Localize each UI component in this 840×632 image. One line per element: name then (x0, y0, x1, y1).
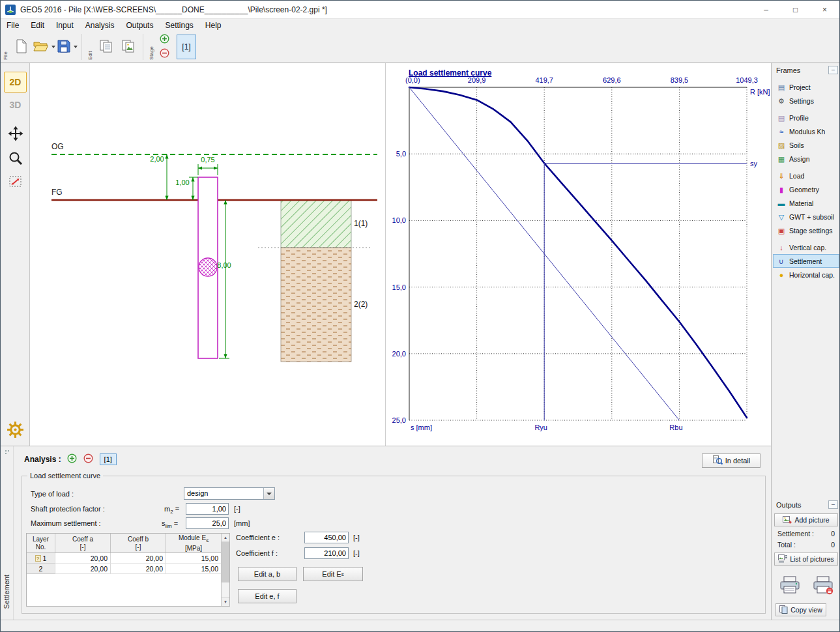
frames-item-project[interactable]: ▤Project (773, 80, 839, 94)
frames-item-profile[interactable]: ▤Profile (773, 111, 839, 124)
frames-item-gwt-subsoil[interactable]: ▽GWT + subsoil (773, 210, 839, 223)
coefficient-e-input[interactable] (304, 532, 349, 543)
analysis-1-button[interactable]: [1] (100, 453, 117, 465)
menu-item-analysis[interactable]: Analysis (80, 20, 121, 31)
frames-item-vertical-cap[interactable]: ↓Vertical cap. (773, 240, 839, 254)
app-icon (5, 5, 16, 15)
dim-og-to-fg: 2,00 (150, 155, 164, 163)
move-tool-button[interactable] (4, 124, 27, 145)
menu-bar: File Edit Input Analysis Outputs Setting… (1, 19, 839, 32)
header-coeff-a: Coeff a[-] (55, 534, 111, 553)
m2-input[interactable] (186, 503, 229, 515)
printer-list-icon (812, 575, 834, 597)
frames-item-settlement[interactable]: ∪Settlement (773, 254, 839, 268)
frames-item-load[interactable]: ⇓Load (773, 169, 839, 182)
view-3d-button[interactable]: 3D (4, 94, 27, 115)
pile-drawing-area[interactable]: 1(1) 2(2) OG FG 0,75 2,00 (30, 63, 385, 446)
module-es-cell: 15,00 (166, 553, 222, 564)
slim-input[interactable] (186, 517, 229, 529)
maximize-button[interactable]: □ (781, 1, 810, 19)
toolbar-separator (143, 34, 143, 60)
coeff-b-cell: 20,00 (111, 564, 166, 574)
type-of-load-select[interactable]: design (184, 487, 275, 500)
save-file-button[interactable] (56, 34, 78, 60)
open-file-button[interactable] (33, 34, 56, 60)
frames-minimize-button[interactable]: – (828, 66, 838, 74)
vertical-cap-icon: ↓ (777, 243, 786, 252)
new-file-button[interactable] (10, 34, 33, 60)
menu-item-edit[interactable]: Edit (25, 20, 50, 31)
m2-unit: [-] (234, 505, 240, 513)
toolbar-separator (81, 34, 82, 60)
svg-text:20,0: 20,0 (392, 350, 406, 358)
copy-picture-button[interactable] (117, 34, 139, 60)
frames-item-horizontal-cap[interactable]: ●Horizontal cap. (773, 268, 839, 281)
load-settlement-chart: (0,0)209,9419,7629,6839,51049,35,010,015… (386, 63, 772, 444)
svg-text:629,6: 629,6 (603, 76, 621, 84)
table-scrollbar[interactable]: ▲ ▼ (221, 534, 229, 606)
zoom-tool-button[interactable] (4, 149, 27, 169)
table-row[interactable]: ?120,0020,0015,00 (27, 553, 229, 564)
copy-button[interactable] (95, 34, 117, 60)
frames-item-label: Geometry (789, 186, 819, 194)
load-settlement-groupbox: Load settlement curve Type of load : des… (22, 476, 766, 614)
frames-item-modulus-kh[interactable]: ≈Modulus Kh (773, 124, 839, 138)
frames-item-soils[interactable]: ▨Soils (773, 138, 839, 152)
copy-view-button[interactable]: Copy view (775, 603, 826, 616)
og-label: OG (51, 142, 64, 151)
list-of-pictures-button[interactable]: List of pictures (774, 553, 838, 566)
in-detail-button[interactable]: In detail (702, 453, 760, 468)
close-button[interactable]: × (810, 1, 839, 19)
table-row[interactable]: 220,0020,0015,00 (27, 564, 229, 574)
scroll-up-icon[interactable]: ▲ (222, 534, 229, 542)
m2-symbol: m2 = (164, 505, 179, 515)
menu-item-input[interactable]: Input (50, 20, 80, 31)
frames-item-stage-settings[interactable]: ▣Stage settings (773, 223, 839, 237)
frame-tab-label: Settlement (3, 575, 10, 609)
frames-item-assign[interactable]: ▦Assign (773, 152, 839, 165)
panel-grip[interactable] (5, 450, 10, 455)
minimize-button[interactable]: – (751, 1, 781, 19)
frames-item-settings[interactable]: ⚙Settings (773, 94, 839, 108)
frames-item-label: Settings (789, 97, 814, 105)
scrollbar-thumb[interactable] (222, 542, 229, 582)
edit-ef-button[interactable]: Edit e, f (238, 589, 297, 603)
total-count-value: 0 (831, 541, 835, 549)
soil-layer-1 (281, 200, 351, 248)
coefficient-f-input[interactable] (304, 547, 349, 559)
print-list-button[interactable] (810, 573, 835, 598)
settings-gear-button[interactable] (4, 420, 27, 441)
menu-item-settings[interactable]: Settings (159, 20, 199, 31)
frames-item-label: Horizontal cap. (789, 271, 835, 279)
new-file-icon (15, 39, 28, 55)
view-2d-button[interactable]: 2D (4, 72, 27, 93)
svg-text:15,0: 15,0 (392, 283, 406, 291)
coefficient-e-label: Coefficient e : (236, 534, 280, 541)
menu-item-help[interactable]: Help (199, 20, 227, 31)
remove-analysis-button[interactable] (83, 454, 94, 465)
table-header: LayerNo. Coeff a[-] Coeff b[-] Module Es… (27, 534, 229, 553)
selection-tool-button[interactable] (4, 172, 27, 193)
menu-item-outputs[interactable]: Outputs (120, 20, 159, 31)
outputs-minimize-button[interactable]: – (828, 500, 838, 509)
add-picture-button[interactable]: Add picture (774, 513, 838, 526)
stage-1-button[interactable]: [1] (177, 35, 196, 59)
coefficient-e-unit: [-] (353, 534, 360, 541)
add-analysis-button[interactable] (67, 454, 78, 465)
scroll-down-icon[interactable]: ▼ (222, 597, 229, 606)
print-button[interactable] (777, 573, 802, 598)
coefficient-f-label: Coefficient f : (236, 549, 278, 557)
edit-es-button[interactable]: Edit Es (303, 567, 363, 581)
menu-item-file[interactable]: File (1, 20, 25, 31)
remove-stage-button[interactable] (159, 49, 169, 59)
save-floppy-icon (57, 39, 71, 55)
edit-ab-button[interactable]: Edit a, b (238, 567, 297, 581)
add-stage-button[interactable] (159, 35, 169, 45)
frames-item-geometry[interactable]: ▮Geometry (773, 182, 839, 196)
in-detail-label: In detail (725, 457, 751, 465)
selection-rect-icon (8, 174, 23, 192)
minus-circle-icon (83, 453, 93, 465)
title-bar: GEO5 2016 - Pile [X:\WEB-SCREENS\______D… (1, 1, 839, 19)
stage-settings-icon: ▣ (777, 226, 786, 235)
frames-item-material[interactable]: ▬Material (773, 196, 839, 210)
